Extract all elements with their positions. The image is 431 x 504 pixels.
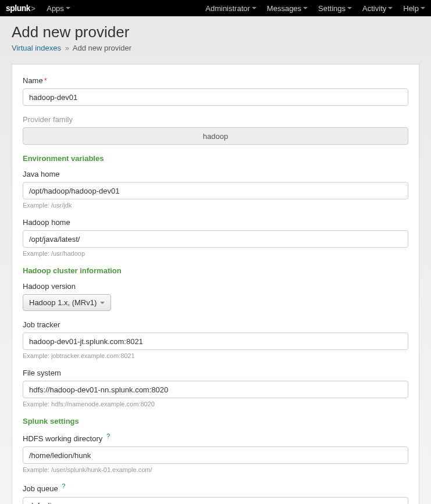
breadcrumb-separator-icon: » bbox=[65, 44, 69, 52]
hdfs-dir-hint: Example: /user/splunk/hunk-01.example.co… bbox=[23, 466, 408, 473]
job-queue-label: Job queue ? bbox=[23, 482, 408, 493]
provider-family-label: Provider family bbox=[23, 115, 408, 124]
section-hadoop-cluster: Hadoop cluster information bbox=[23, 266, 408, 275]
breadcrumb-link-virtual-indexes[interactable]: Virtual indexes bbox=[12, 44, 61, 52]
job-tracker-input[interactable] bbox=[23, 333, 408, 350]
chevron-down-icon bbox=[421, 7, 425, 9]
chevron-down-icon bbox=[303, 7, 308, 9]
top-navbar: splunk> Apps Administrator Messages Sett… bbox=[0, 0, 431, 16]
hadoop-version-label: Hadoop version bbox=[23, 282, 408, 291]
section-splunk-settings: Splunk settings bbox=[23, 417, 408, 426]
name-label: Name* bbox=[23, 76, 408, 85]
hdfs-dir-input[interactable] bbox=[23, 446, 408, 464]
job-queue-input[interactable] bbox=[23, 497, 408, 504]
hadoop-home-label: Hadoop home bbox=[23, 218, 408, 227]
java-home-label: Java home bbox=[23, 170, 408, 178]
chevron-down-icon bbox=[347, 7, 352, 9]
hdfs-dir-label: HDFS working directory ? bbox=[23, 432, 408, 443]
breadcrumb-current: Add new provider bbox=[73, 44, 131, 52]
apps-menu[interactable]: Apps bbox=[47, 4, 70, 13]
page-title: Add new provider bbox=[12, 23, 419, 41]
chevron-down-icon bbox=[388, 7, 393, 9]
hadoop-home-hint: Example: /usr/hadoop bbox=[23, 250, 408, 257]
nav-settings[interactable]: Settings bbox=[318, 4, 352, 13]
page-header: Add new provider Virtual indexes » Add n… bbox=[0, 16, 431, 57]
provider-family-value: hadoop bbox=[23, 127, 408, 145]
logo: splunk> bbox=[6, 3, 35, 13]
nav-messages[interactable]: Messages bbox=[267, 4, 308, 13]
job-tracker-label: Job tracker bbox=[23, 320, 408, 329]
form-card: Name* Provider family hadoop Environment… bbox=[12, 64, 419, 504]
nav-help[interactable]: Help bbox=[403, 4, 425, 13]
logo-arrow-icon: > bbox=[31, 4, 35, 13]
section-environment-variables: Environment variables bbox=[23, 154, 408, 163]
required-star-icon: * bbox=[44, 76, 47, 85]
hadoop-version-dropdown[interactable]: Hadoop 1.x, (MRv1) bbox=[23, 294, 111, 311]
file-system-input[interactable] bbox=[23, 381, 408, 398]
chevron-down-icon bbox=[66, 7, 70, 9]
chevron-down-icon bbox=[100, 302, 105, 304]
job-tracker-hint: Example: jobtracker.example.com:8021 bbox=[23, 352, 408, 359]
file-system-label: File system bbox=[23, 369, 408, 377]
chevron-down-icon bbox=[252, 7, 257, 9]
help-icon[interactable]: ? bbox=[62, 482, 65, 489]
help-icon[interactable]: ? bbox=[106, 432, 110, 439]
nav-activity[interactable]: Activity bbox=[362, 4, 393, 13]
file-system-hint: Example: hdfs://namenode.example.com:802… bbox=[23, 401, 408, 408]
hadoop-home-input[interactable] bbox=[23, 230, 408, 248]
breadcrumb: Virtual indexes » Add new provider bbox=[12, 44, 419, 52]
name-input[interactable] bbox=[23, 88, 408, 106]
java-home-input[interactable] bbox=[23, 182, 408, 199]
nav-administrator[interactable]: Administrator bbox=[205, 4, 257, 13]
java-home-hint: Example: /usr/jdk bbox=[23, 202, 408, 209]
